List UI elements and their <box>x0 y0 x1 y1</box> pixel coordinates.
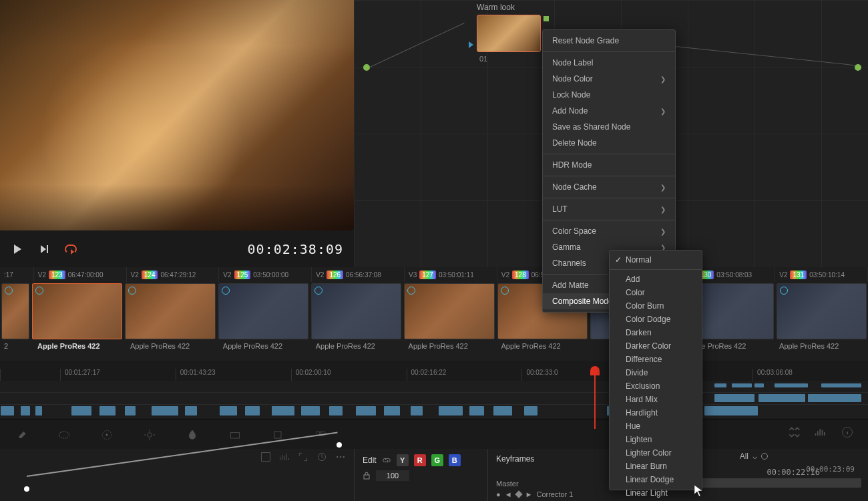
ellipse-icon[interactable] <box>56 427 72 443</box>
record-icon[interactable] <box>761 453 768 460</box>
track-clip[interactable] <box>758 394 805 402</box>
key-icon[interactable] <box>227 427 243 443</box>
menu-reset-node-grade[interactable]: Reset Node Grade <box>543 33 675 49</box>
submenu-color-dodge[interactable]: Color Dodge <box>610 313 702 326</box>
menu-lock-node[interactable]: Lock Node <box>543 87 675 103</box>
submenu-color[interactable]: Color <box>610 286 702 299</box>
chevron-right-icon: ❯ <box>660 206 666 213</box>
channel-r-button[interactable]: R <box>414 454 426 466</box>
track-row[interactable] <box>0 393 868 405</box>
node-thumbnail[interactable] <box>477 15 541 52</box>
ruler-tick: 00:01:43:23 <box>176 369 291 381</box>
blur-icon[interactable] <box>184 427 200 443</box>
submenu-normal[interactable]: Normal <box>610 253 702 267</box>
menu-save-shared-node[interactable]: Save as Shared Node <box>543 119 675 135</box>
histogram-icon[interactable] <box>279 452 291 464</box>
clip-header: V212606:56:37:08 <box>312 267 405 282</box>
track-row[interactable] <box>0 405 868 417</box>
info-icon[interactable] <box>840 425 855 440</box>
menu-node-cache[interactable]: Node Cache❯ <box>543 179 675 195</box>
clip-thumbnail[interactable] <box>311 283 401 339</box>
timeline-tracks[interactable] <box>0 381 868 418</box>
clip-header: V312703:50:01:11 <box>405 267 497 282</box>
clip-thumbnail-selected[interactable] <box>32 283 122 339</box>
menu-color-space[interactable]: Color Space❯ <box>543 223 675 239</box>
more-icon[interactable] <box>335 452 347 464</box>
submenu-color-burn[interactable]: Color Burn <box>610 299 702 313</box>
track-clip[interactable] <box>714 394 754 402</box>
track-clip[interactable] <box>754 383 764 387</box>
channel-y-button[interactable]: Y <box>397 454 409 466</box>
node-output-connector[interactable] <box>855 64 861 71</box>
menu-node-color[interactable]: Node Color❯ <box>543 71 675 87</box>
track-clip[interactable] <box>775 383 808 387</box>
clip-format: Apple ProRes 422 <box>497 341 590 361</box>
edit-panel: Edit Y R G B <box>354 449 487 501</box>
track-clip[interactable] <box>821 383 861 387</box>
menu-lut[interactable]: LUT❯ <box>543 201 675 217</box>
submenu-add[interactable]: Add <box>610 273 702 286</box>
submenu-darker-color[interactable]: Darker Color <box>610 339 702 353</box>
link-icon[interactable] <box>382 456 391 465</box>
menu-delete-node[interactable]: Delete Node <box>543 135 675 151</box>
channel-b-button[interactable]: B <box>449 454 461 466</box>
menu-add-node[interactable]: Add Node❯ <box>543 103 675 119</box>
curve-point[interactable] <box>337 442 342 448</box>
reset-icon[interactable] <box>316 452 329 464</box>
target-icon[interactable] <box>99 427 115 443</box>
menu-node-label[interactable]: Node Label <box>543 55 675 71</box>
view-icon[interactable] <box>260 452 272 464</box>
clip-thumbnail[interactable] <box>218 283 308 339</box>
waveform-icon[interactable] <box>813 425 828 440</box>
all-dropdown[interactable]: All ⌵ <box>740 452 768 461</box>
prev-key-icon[interactable]: ◄ <box>505 490 512 498</box>
node-wire <box>370 23 465 67</box>
next-button[interactable] <box>37 242 51 256</box>
chevron-down-icon: ⌵ <box>752 452 757 461</box>
submenu-lighter-color[interactable]: Lighter Color <box>610 446 702 460</box>
submenu-linear-light[interactable]: Linear Light <box>610 486 702 500</box>
menu-separator <box>543 51 675 52</box>
track-row[interactable] <box>0 381 868 393</box>
track-clip[interactable] <box>714 383 726 387</box>
tracker-icon[interactable] <box>142 427 158 443</box>
next-key-icon[interactable]: ► <box>525 490 533 498</box>
playhead[interactable] <box>590 366 600 375</box>
submenu-divide[interactable]: Divide <box>610 366 702 379</box>
svg-rect-4 <box>230 432 239 438</box>
submenu-hue[interactable]: Hue <box>610 420 702 433</box>
menu-hdr-mode[interactable]: HDR Mode <box>543 157 675 173</box>
track-clip[interactable] <box>732 383 752 387</box>
submenu-linear-burn[interactable]: Linear Burn <box>610 460 702 473</box>
clip-thumbnail[interactable] <box>404 283 494 339</box>
clip-thumbnail[interactable] <box>777 283 867 339</box>
clip-header: V212503:50:00:00 <box>219 267 312 282</box>
value-input[interactable] <box>376 470 409 481</box>
node-output-green[interactable] <box>544 16 549 21</box>
expand-icon[interactable]: ● <box>496 490 501 498</box>
timeline-ruler[interactable]: 00:01:27:17 00:01:43:23 00:02:00:10 00:0… <box>0 369 868 381</box>
viewer-timecode[interactable]: 00:02:38:09 <box>248 241 343 257</box>
expand-icon[interactable] <box>298 452 310 464</box>
lock-icon[interactable] <box>363 472 371 480</box>
submenu-linear-dodge[interactable]: Linear Dodge <box>610 473 702 486</box>
submenu-difference[interactable]: Difference <box>610 353 702 366</box>
channel-g-button[interactable]: G <box>431 454 443 466</box>
curves-panel[interactable] <box>0 449 354 501</box>
submenu-darken[interactable]: Darken <box>610 326 702 339</box>
eyedropper-icon[interactable] <box>13 427 29 443</box>
viewer-image[interactable] <box>0 0 354 230</box>
submenu-exclusion[interactable]: Exclusion <box>610 379 702 393</box>
node-input-connector[interactable] <box>363 64 370 71</box>
loop-button[interactable] <box>64 242 77 256</box>
submenu-lighten[interactable]: Lighten <box>610 433 702 446</box>
submenu-hard-mix[interactable]: Hard Mix <box>610 393 702 406</box>
submenu-hardlight[interactable]: Hardlight <box>610 406 702 420</box>
track-clip[interactable] <box>808 394 861 402</box>
play-button[interactable] <box>11 242 24 256</box>
curve-point[interactable] <box>24 486 29 492</box>
gallery-icon[interactable] <box>787 425 801 440</box>
clip-thumbnail[interactable] <box>125 283 215 339</box>
clip-thumbnail[interactable] <box>1 283 29 339</box>
keyframe-diamond-icon[interactable] <box>515 490 522 498</box>
